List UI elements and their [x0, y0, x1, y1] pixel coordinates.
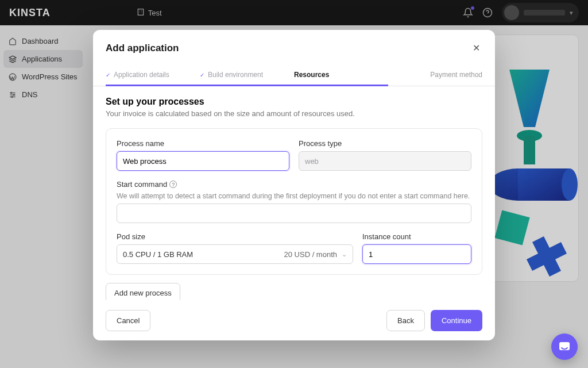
- process-card: Process name Process type Start command …: [106, 128, 482, 275]
- process-type-label: Process type: [299, 139, 471, 148]
- info-icon[interactable]: ?: [169, 181, 177, 188]
- step-label: Resources: [294, 71, 329, 79]
- close-icon: ✕: [473, 43, 480, 53]
- instance-count-input[interactable]: [362, 244, 471, 264]
- step-payment-method[interactable]: Payment method: [388, 65, 482, 86]
- close-button[interactable]: ✕: [470, 40, 482, 56]
- pod-size-select[interactable]: 0.5 CPU / 1 GB RAM 20 USD / month ⌄: [117, 244, 353, 264]
- pod-size-label: Pod size: [117, 232, 353, 241]
- chat-launcher[interactable]: [551, 334, 578, 360]
- process-type-input: [299, 151, 471, 171]
- start-command-helper: We will attempt to detect a start comman…: [117, 192, 471, 200]
- add-process-button[interactable]: Add new process: [106, 283, 180, 300]
- pod-size-price: 20 USD / month: [284, 250, 338, 259]
- process-name-input[interactable]: [117, 151, 289, 171]
- start-command-label: Start command ?: [117, 180, 471, 189]
- back-button[interactable]: Back: [386, 310, 425, 331]
- step-build-environment[interactable]: ✓ Build environment: [200, 65, 294, 86]
- process-name-label: Process name: [117, 139, 289, 148]
- modal-title: Add application: [106, 43, 179, 54]
- step-application-details[interactable]: ✓ Application details: [106, 65, 200, 86]
- section-title: Set up your processes: [106, 97, 482, 107]
- chevron-down-icon: ⌄: [342, 251, 347, 258]
- check-icon: ✓: [200, 72, 204, 78]
- cancel-button[interactable]: Cancel: [106, 310, 150, 331]
- step-label: Application details: [114, 71, 169, 79]
- instance-count-label: Instance count: [362, 232, 471, 241]
- add-application-modal: Add application ✕ ✓ Application details …: [93, 30, 495, 340]
- chat-icon: [558, 340, 571, 354]
- start-command-input[interactable]: [117, 204, 471, 223]
- step-label: Payment method: [430, 71, 482, 79]
- step-label: Build environment: [208, 71, 263, 79]
- modal-overlay: Add application ✕ ✓ Application details …: [0, 0, 588, 368]
- step-resources[interactable]: Resources: [294, 65, 388, 86]
- check-icon: ✓: [106, 72, 110, 78]
- pod-size-value: 0.5 CPU / 1 GB RAM: [123, 250, 193, 259]
- section-subtitle: Your invoice is calculated based on the …: [106, 109, 482, 118]
- continue-button[interactable]: Continue: [431, 310, 482, 331]
- wizard-steps: ✓ Application details ✓ Build environmen…: [93, 65, 495, 86]
